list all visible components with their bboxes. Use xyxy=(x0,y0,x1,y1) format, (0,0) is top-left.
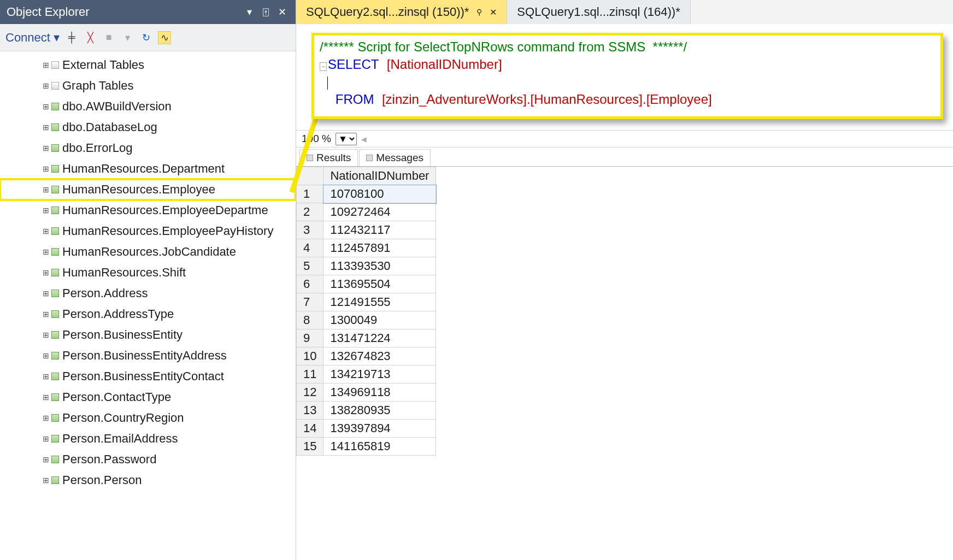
tree-item-label: External Tables xyxy=(62,58,144,72)
tree-item[interactable]: ⊞Person.Person xyxy=(0,470,296,491)
close-icon[interactable]: ✕ xyxy=(275,6,289,18)
cell[interactable]: 134219713 xyxy=(323,366,436,384)
table-row[interactable]: 4112457891 xyxy=(297,239,436,257)
disconnect-icon[interactable]: ╳ xyxy=(84,31,97,44)
tree-item[interactable]: ⊞Person.ContactType xyxy=(0,387,296,408)
tab-close-icon[interactable]: ✕ xyxy=(490,7,497,17)
cell[interactable]: 141165819 xyxy=(323,438,436,456)
tree-item[interactable]: ⊞Person.AddressType xyxy=(0,304,296,325)
filter-icon[interactable]: ▾ xyxy=(121,31,134,44)
column-header[interactable]: NationalIDNumber xyxy=(323,167,436,185)
table-row[interactable]: 5113393530 xyxy=(297,257,436,275)
sql-editor[interactable]: /****** Script for SelectTopNRows comman… xyxy=(311,33,943,119)
tree-item[interactable]: ⊞Person.EmailAddress xyxy=(0,428,296,449)
cell[interactable]: 131471224 xyxy=(323,329,436,347)
tree-item[interactable]: ⊞dbo.ErrorLog xyxy=(0,138,296,158)
cell[interactable]: 109272464 xyxy=(323,203,436,221)
table-row[interactable]: 3112432117 xyxy=(297,221,436,239)
expand-icon[interactable]: ⊞ xyxy=(43,310,49,319)
expand-icon[interactable]: ⊞ xyxy=(43,268,49,277)
refresh-icon[interactable]: ↻ xyxy=(139,31,152,44)
tree-item-label: dbo.AWBuildVersion xyxy=(62,99,172,114)
tree-item[interactable]: ⊞Person.BusinessEntity xyxy=(0,325,296,345)
table-row[interactable]: 11134219713 xyxy=(297,366,436,384)
expand-icon[interactable]: ⊞ xyxy=(43,81,49,90)
pin-icon[interactable]: ⍐ xyxy=(258,7,273,18)
tree-item[interactable]: ⊞Person.Address xyxy=(0,283,296,304)
expand-icon[interactable]: ⊞ xyxy=(43,227,49,235)
cell[interactable]: 113393530 xyxy=(323,257,436,275)
tree-item[interactable]: ⊞Person.BusinessEntityAddress xyxy=(0,345,296,366)
expand-icon[interactable]: ⊞ xyxy=(43,206,49,215)
table-row[interactable]: 12134969118 xyxy=(297,384,436,402)
cell[interactable]: 113695504 xyxy=(323,275,436,293)
tree-item[interactable]: ⊞Person.Password xyxy=(0,449,296,470)
pin-icon[interactable]: ⚲ xyxy=(477,8,482,16)
results-tab[interactable]: Results xyxy=(299,149,358,166)
table-row[interactable]: 7121491555 xyxy=(297,293,436,311)
expand-icon[interactable]: ⊞ xyxy=(43,393,49,402)
expand-icon[interactable]: ⊞ xyxy=(43,414,49,422)
zoom-select[interactable]: ▼ xyxy=(336,133,357,145)
tree-item[interactable]: ⊞dbo.DatabaseLog xyxy=(0,117,296,138)
cell[interactable]: 132674823 xyxy=(323,347,436,366)
cell[interactable]: 112432117 xyxy=(323,221,436,239)
tree-item[interactable]: ⊞HumanResources.JobCandidate xyxy=(0,241,296,262)
tree-item[interactable]: ⊞External Tables xyxy=(0,55,296,75)
tree-item[interactable]: ⊞HumanResources.Department xyxy=(0,158,296,179)
tree-item[interactable]: ⊞HumanResources.EmployeeDepartme xyxy=(0,200,296,221)
expand-icon[interactable]: ⊞ xyxy=(43,455,49,464)
expand-icon[interactable]: ⊞ xyxy=(43,164,49,173)
scroll-left-icon[interactable]: ◂ xyxy=(361,133,367,145)
collapse-icon[interactable]: − xyxy=(320,62,327,71)
document-tab[interactable]: SQLQuery1.sql...zinsql (164))* xyxy=(507,0,690,24)
expand-icon[interactable]: ⊞ xyxy=(43,247,49,256)
tree-item[interactable]: ⊞Person.BusinessEntityContact xyxy=(0,366,296,387)
tree-item[interactable]: ⊞dbo.AWBuildVersion xyxy=(0,96,296,117)
activity-monitor-icon[interactable]: ∿ xyxy=(158,31,171,44)
cell[interactable]: 139397894 xyxy=(323,420,436,438)
tree-item[interactable]: ⊞Person.CountryRegion xyxy=(0,408,296,428)
expand-icon[interactable]: ⊞ xyxy=(43,331,49,339)
expand-icon[interactable]: ⊞ xyxy=(43,123,49,132)
expand-icon[interactable]: ⊞ xyxy=(43,185,49,194)
stop-icon[interactable]: ■ xyxy=(102,31,115,44)
dropdown-icon[interactable]: ▾ xyxy=(242,6,256,18)
results-grid[interactable]: NationalIDNumber 11070810021092724643112… xyxy=(296,166,953,560)
tree-item[interactable]: ⊞Graph Tables xyxy=(0,75,296,96)
tree-item[interactable]: ⊞HumanResources.Shift xyxy=(0,262,296,283)
tree-item-label: Person.AddressType xyxy=(62,307,174,321)
document-tab[interactable]: SQLQuery2.sql...zinsql (150))*⚲✕ xyxy=(296,0,507,24)
table-row[interactable]: 6113695504 xyxy=(297,275,436,293)
tree-item[interactable]: ⊞HumanResources.Employee xyxy=(0,179,296,200)
expand-icon[interactable]: ⊞ xyxy=(43,372,49,381)
cell[interactable]: 121491555 xyxy=(323,293,436,311)
expand-icon[interactable]: ⊞ xyxy=(43,434,49,443)
table-icon xyxy=(51,82,59,90)
table-row[interactable]: 14139397894 xyxy=(297,420,436,438)
cell[interactable]: 134969118 xyxy=(323,384,436,402)
connect-button[interactable]: Connect ▾ xyxy=(5,31,60,45)
object-explorer-tree[interactable]: ⊞External Tables⊞Graph Tables⊞dbo.AWBuil… xyxy=(0,51,296,560)
expand-icon[interactable]: ⊞ xyxy=(43,102,49,111)
table-row[interactable]: 81300049 xyxy=(297,311,436,329)
connect-icon[interactable]: ╪ xyxy=(65,31,78,44)
messages-tab[interactable]: Messages xyxy=(359,149,431,166)
table-row[interactable]: 9131471224 xyxy=(297,329,436,347)
table-row[interactable]: 2109272464 xyxy=(297,203,436,221)
cell[interactable]: 138280935 xyxy=(323,402,436,420)
cell[interactable]: 1300049 xyxy=(323,311,436,329)
expand-icon[interactable]: ⊞ xyxy=(43,351,49,360)
table-row[interactable]: 13138280935 xyxy=(297,402,436,420)
expand-icon[interactable]: ⊞ xyxy=(43,476,49,485)
table-row[interactable]: 10132674823 xyxy=(297,347,436,366)
expand-icon[interactable]: ⊞ xyxy=(43,289,49,298)
cell[interactable]: 112457891 xyxy=(323,239,436,257)
expand-icon[interactable]: ⊞ xyxy=(43,144,49,152)
tree-item[interactable]: ⊞HumanResources.EmployeePayHistory xyxy=(0,221,296,241)
cell[interactable]: 10708100 xyxy=(323,185,436,203)
table-row[interactable]: 15141165819 xyxy=(297,438,436,456)
row-number: 11 xyxy=(297,366,323,384)
expand-icon[interactable]: ⊞ xyxy=(43,61,49,69)
table-row[interactable]: 110708100 xyxy=(297,185,436,203)
